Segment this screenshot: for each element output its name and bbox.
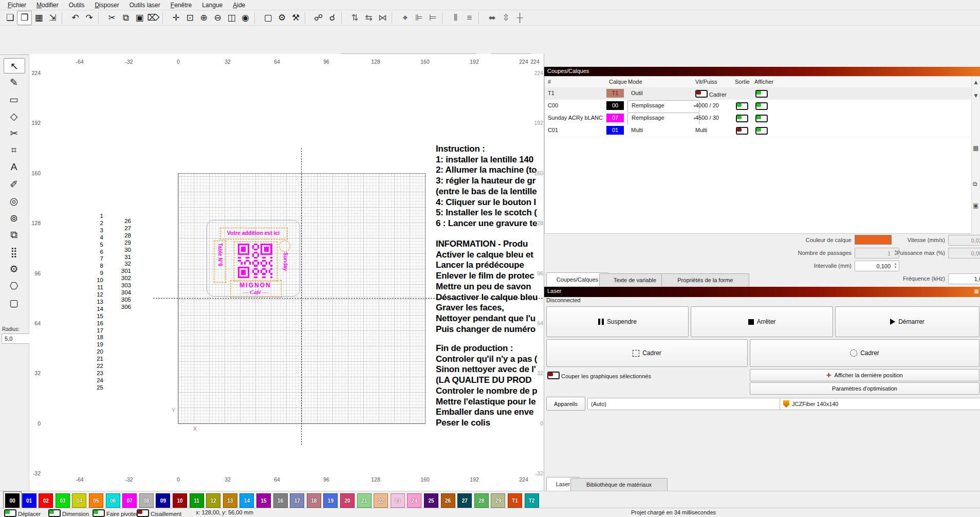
qr-code[interactable] xyxy=(236,244,273,278)
show-last-position-button[interactable]: ✛Afficher la dernière position xyxy=(750,369,979,381)
instruction-block-2[interactable]: INFORMATION - ProduActiver le calque ble… xyxy=(436,239,543,335)
port-combo[interactable]: (Auto)▼ xyxy=(587,398,789,410)
text-tool[interactable]: A xyxy=(4,160,24,174)
table-number[interactable]: 11 xyxy=(90,284,103,291)
distribute-v-icon[interactable]: ≡ xyxy=(463,11,476,25)
move-v-icon[interactable]: ⇳ xyxy=(499,11,513,25)
table-number[interactable]: 23 xyxy=(90,370,103,377)
position-icon[interactable]: ┼ xyxy=(513,11,527,25)
cuts-panel-title[interactable]: Coupes/Calques xyxy=(544,67,980,77)
table-number[interactable]: 302 xyxy=(118,275,131,282)
palette-swatch-09[interactable]: 09 xyxy=(156,493,170,508)
circle-tool[interactable]: ◎ xyxy=(4,194,24,208)
status-toggle-cisaillement[interactable]: Cisaillement xyxy=(137,509,181,517)
design-brand-sub-text[interactable]: — Café — xyxy=(230,289,281,295)
palette-swatch-28[interactable]: 28 xyxy=(474,493,489,508)
start-button[interactable]: Démarrer xyxy=(835,306,979,337)
flip-vertical-icon[interactable]: ⇅ xyxy=(348,11,362,25)
layer-show-toggle[interactable] xyxy=(755,90,768,98)
palette-swatch-15[interactable]: 15 xyxy=(256,493,271,508)
layer-mode-combo[interactable]: Remplissage▼ xyxy=(627,113,699,125)
edit-nodes-tool[interactable]: ✂ xyxy=(4,126,24,140)
tab-texte-de-variable[interactable]: Texte de variable xyxy=(599,273,671,286)
measure-tool[interactable]: ✐ xyxy=(4,177,24,191)
layer-row-07[interactable]: Sunday ACRy bLANC 07 Remplissage▼ 4500 /… xyxy=(545,112,971,125)
palette-swatch-04[interactable]: 04 xyxy=(72,493,86,508)
table-numbers-column-2[interactable]: 26272829303132301302303304305306 xyxy=(118,218,131,311)
stop-button[interactable]: Arrêter xyxy=(691,306,833,337)
save-icon[interactable]: ▦ xyxy=(32,11,46,25)
table-number[interactable]: 9 xyxy=(90,270,103,277)
palette-swatch-06[interactable]: 06 xyxy=(106,493,120,508)
palette-swatch-27[interactable]: 27 xyxy=(457,493,472,508)
palette-swatch-03[interactable]: 03 xyxy=(56,493,70,508)
grid-array-tool[interactable]: ⣿ xyxy=(4,245,24,259)
polygon-outline-tool[interactable]: ⎔ xyxy=(4,279,24,293)
frame-circle-button[interactable]: Cadrer xyxy=(750,339,979,367)
palette-swatch-23[interactable]: 23 xyxy=(391,493,405,508)
select-tool[interactable]: ↖ xyxy=(4,58,25,73)
group-icon[interactable]: ☍ xyxy=(311,11,325,25)
table-number[interactable]: 8 xyxy=(90,263,103,270)
palette-swatch-29[interactable]: 29 xyxy=(491,493,505,508)
table-number[interactable]: 25 xyxy=(90,384,103,392)
trash-icon[interactable]: ▦ xyxy=(973,144,980,152)
optimization-settings-button[interactable]: Paramètres d'optimisation xyxy=(750,382,979,395)
scroll-down-icon[interactable]: ▼ xyxy=(973,92,980,99)
palette-swatch-16[interactable]: 16 xyxy=(273,493,288,508)
table-number[interactable]: 304 xyxy=(118,289,131,297)
table-number[interactable]: 7 xyxy=(90,255,103,263)
table-number[interactable]: 20 xyxy=(90,348,103,356)
paste-icon[interactable]: ▣ xyxy=(133,11,146,25)
devices-button[interactable]: Appareils xyxy=(546,397,585,411)
layer-row-01[interactable]: C01 01 Multi Multi xyxy=(545,124,971,137)
layer-mode-combo[interactable]: Remplissage▼ xyxy=(627,100,699,113)
zoom-in-icon[interactable]: ⊕ xyxy=(197,11,211,25)
scroll-up-icon[interactable]: ▲ xyxy=(973,79,980,86)
design-brand-text[interactable]: MIGNON xyxy=(230,282,281,289)
layer-output-toggle[interactable] xyxy=(736,102,748,110)
rounded-rect-tool[interactable]: ▢ xyxy=(4,296,24,310)
move-h-icon[interactable]: ⬌ xyxy=(485,11,499,25)
frame-tool[interactable]: ⌗ xyxy=(4,143,24,157)
table-number[interactable]: 29 xyxy=(118,239,131,247)
tab-biblioth-que-de-mat-riaux[interactable]: Bibliothèque de matériaux xyxy=(570,478,668,491)
menu-modifier[interactable]: Modifier xyxy=(32,1,63,10)
table-number[interactable]: 4 xyxy=(90,234,103,242)
design-addition-text[interactable]: Votre addition est ici xyxy=(224,230,283,236)
table-number[interactable]: 28 xyxy=(118,232,131,239)
layer-show-toggle[interactable] xyxy=(755,115,768,122)
copy-icon[interactable]: ⧉ xyxy=(119,11,133,25)
copy-layer-icon[interactable]: ⧉ xyxy=(973,180,980,188)
palette-swatch-24[interactable]: 24 xyxy=(407,493,421,508)
table-number[interactable]: 10 xyxy=(90,277,103,284)
palette-swatch-25[interactable]: 25 xyxy=(424,493,438,508)
table-number[interactable]: 301 xyxy=(118,268,131,275)
menu-disposer[interactable]: Disposer xyxy=(90,1,123,10)
menu-fenêtre[interactable]: Fenêtre xyxy=(166,1,196,10)
status-toggle-faire-pivoter[interactable]: Faire pivoter xyxy=(93,509,138,517)
flip-horizontal-icon[interactable]: ⇆ xyxy=(362,11,376,25)
table-number[interactable]: 6 xyxy=(90,249,103,256)
table-number[interactable]: 21 xyxy=(90,356,103,363)
layer-output-toggle[interactable] xyxy=(736,115,748,122)
ungroup-icon[interactable]: ☌ xyxy=(325,11,339,25)
layer-output-toggle[interactable] xyxy=(736,127,748,135)
table-number[interactable]: 1 xyxy=(90,213,103,220)
table-number[interactable]: 30 xyxy=(118,247,131,254)
camera-icon[interactable]: ◉ xyxy=(238,11,252,25)
palette-swatch-01[interactable]: 01 xyxy=(22,493,36,508)
menu-fichier[interactable]: Fichier xyxy=(3,1,31,10)
frame-rect-button[interactable]: Cadrer xyxy=(546,339,748,367)
table-number[interactable]: 3 xyxy=(90,227,103,234)
status-toggle-dimension[interactable]: Dimension xyxy=(48,509,89,517)
gear-tool[interactable]: ⚙ xyxy=(4,262,24,276)
pan-icon[interactable]: ✛ xyxy=(169,11,183,25)
table-number[interactable]: 22 xyxy=(90,363,103,370)
tab-propri-t-s-de-la-forme[interactable]: Propriétés de la forme xyxy=(661,273,749,286)
puissance-field[interactable]: 0,00▲▼ xyxy=(948,248,980,258)
import-icon[interactable]: ⇲ xyxy=(46,11,60,25)
palette-swatch-T2[interactable]: T2 xyxy=(525,493,539,508)
new-file-icon[interactable]: ❏ xyxy=(3,11,17,25)
table-number[interactable]: 13 xyxy=(90,299,103,306)
